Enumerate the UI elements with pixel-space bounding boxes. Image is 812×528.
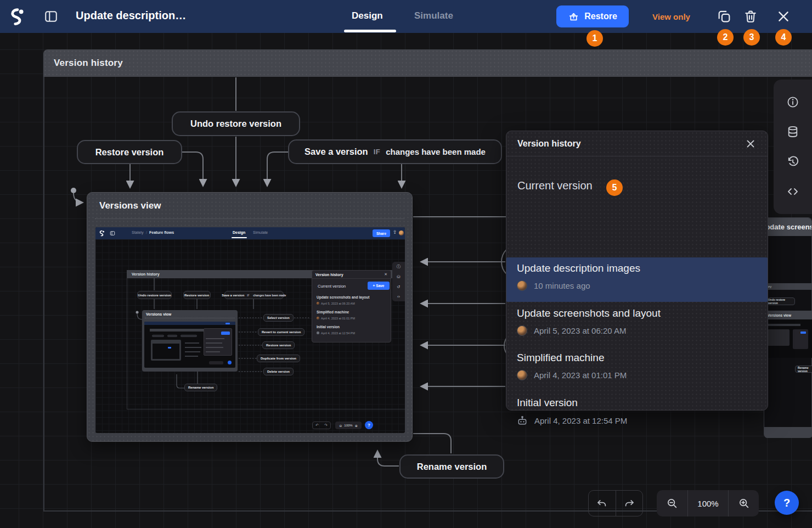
code-icon[interactable] xyxy=(786,185,799,198)
topbar: Update description… Design Simulate Rest… xyxy=(0,0,812,33)
version-history-panel: Version history Current version Update d… xyxy=(506,131,768,411)
nano-label xyxy=(185,347,201,348)
zoom-out-button[interactable] xyxy=(657,490,687,516)
nano-text xyxy=(206,351,220,352)
mini-current-version-label: Current version xyxy=(318,284,346,289)
nano-pill xyxy=(152,335,164,337)
right-node-title: Update screenshots and… xyxy=(764,223,811,231)
nano-save-button xyxy=(168,347,171,349)
delete-icon[interactable] xyxy=(743,9,758,24)
embedded-screenshot: Stately / Feature flows Design Simulate … xyxy=(95,227,405,433)
version-item-update-screenshots[interactable]: Update screenshots and layout April 5, 2… xyxy=(506,302,768,347)
version-item-simplified-machine[interactable]: Simplified machine April 4, 2023 at 01:0… xyxy=(506,347,768,391)
stately-logo-icon[interactable] xyxy=(9,8,26,25)
divider xyxy=(145,318,235,318)
zoom-out-icon xyxy=(666,497,678,509)
mini-avatar xyxy=(317,302,319,305)
version-item-title: Update screenshots and layout xyxy=(517,307,757,319)
mini-versions-view-header: Versions view xyxy=(142,310,238,318)
restore-button[interactable]: Restore xyxy=(556,5,629,27)
mini-state-save: Save a version IF changes have been made xyxy=(224,291,284,299)
right-node-body: Version history Undo restore version Ver… xyxy=(764,236,811,439)
zoom-controls: 100% xyxy=(657,490,759,516)
rn-screen xyxy=(764,319,812,358)
mini-data-icon: ⛁ xyxy=(397,274,400,279)
current-version-label[interactable]: Current version xyxy=(517,179,593,192)
machine-title[interactable]: Update description… xyxy=(76,9,186,22)
panel-header: Version history xyxy=(506,131,768,156)
redo-button[interactable] xyxy=(616,491,643,516)
robot-icon xyxy=(517,415,528,426)
mini-close-icon: ✕ xyxy=(384,272,387,277)
editor-canvas[interactable]: Version history xyxy=(0,33,812,528)
annotation-badge-duplicate: 2 xyxy=(717,29,734,46)
versions-view-title: Versions view xyxy=(99,200,161,211)
state-undo-restore-version[interactable]: Undo restore version xyxy=(172,111,300,136)
mini-label-rename: Rename version xyxy=(184,384,217,391)
mini-state-undo-restore: Undo restore version xyxy=(137,291,172,299)
version-item-timestamp: April 4, 2023 at 01:01 PM xyxy=(534,370,627,380)
mini-panel-title: Version history xyxy=(315,273,343,277)
undo-button[interactable] xyxy=(589,491,616,516)
mini-panel-header: Version history ✕ xyxy=(312,271,391,279)
nano-help-button xyxy=(228,361,232,364)
rn-pill-rename: Rename version xyxy=(795,366,812,373)
mini-version-item-date: April 4, 2023 at 12:54 PM xyxy=(321,332,355,335)
mini-version-item-title: Update screenshots and layout xyxy=(317,295,369,299)
version-item-timestamp: April 5, 2023 at 06:20 AM xyxy=(534,326,626,335)
redo-icon xyxy=(623,497,635,509)
view-only-label: View only xyxy=(652,12,690,21)
version-item-timestamp: April 4, 2023 at 12:54 PM xyxy=(534,416,627,425)
duplicate-icon[interactable] xyxy=(717,9,732,24)
nano-text xyxy=(206,342,222,344)
state-label: Save a version xyxy=(304,147,368,157)
version-item-update-description[interactable]: Update description images 10 minutes ago xyxy=(506,257,768,302)
nano-box xyxy=(768,329,790,346)
mini-label-delete: Delete version xyxy=(263,368,294,375)
nano-frame-bar xyxy=(150,329,205,332)
state-rename-version[interactable]: Rename version xyxy=(399,454,504,479)
avatar xyxy=(517,370,527,380)
state-save-a-version[interactable]: Save a version IF changes have been made xyxy=(288,139,502,164)
zoom-level[interactable]: 100% xyxy=(687,490,728,516)
panel-close-icon[interactable] xyxy=(745,138,757,150)
mini-zoom-out-icon: ⊖ xyxy=(339,424,342,428)
mini-state-label: Restore version xyxy=(184,293,209,296)
nano-save-button xyxy=(800,332,806,334)
version-item-meta: April 4, 2023 at 12:54 PM xyxy=(517,415,757,426)
help-button[interactable]: ? xyxy=(775,491,799,515)
active-tab-underline xyxy=(344,30,396,32)
nano-screen xyxy=(153,344,179,359)
mini-label-select-version: Select version xyxy=(263,314,294,322)
mini-versions-view-title: Versions view xyxy=(146,312,171,316)
close-icon[interactable] xyxy=(776,9,791,24)
zoom-in-button[interactable] xyxy=(728,490,759,516)
mini-plus-icon: + xyxy=(373,284,375,288)
sidebar-toggle-icon[interactable] xyxy=(44,9,58,24)
state-restore-version[interactable]: Restore version xyxy=(77,140,182,164)
annotation-badge-close: 4 xyxy=(775,29,792,46)
state-update-screenshots-node[interactable]: Update screenshots and… Version history … xyxy=(764,217,812,438)
mini-guard-condition: changes have been made xyxy=(253,294,286,296)
info-icon[interactable] xyxy=(786,96,799,109)
nano-screenshot xyxy=(144,322,235,368)
mini-version-item-title: Initial version xyxy=(317,325,340,329)
version-history-icon[interactable] xyxy=(786,155,799,168)
state-versions-view[interactable]: Versions view Stately / Feature fl xyxy=(87,192,413,442)
rn-frame-bar: Version history xyxy=(764,283,812,290)
nano-label xyxy=(185,356,198,357)
restore-icon xyxy=(568,11,579,23)
guard-keyword: IF xyxy=(374,148,381,156)
annotation-badge-delete: 3 xyxy=(743,29,760,46)
versions-view-header[interactable]: Versions view xyxy=(87,193,412,218)
nano-share-button xyxy=(225,323,230,324)
state-label: Undo restore version xyxy=(190,119,281,129)
version-item-initial-version[interactable]: Initial version April 4, 2023 at 12:54 P… xyxy=(506,392,768,436)
mini-guard-keyword: IF xyxy=(247,294,249,297)
mini-state-label: Undo restore version xyxy=(138,293,171,296)
tab-design[interactable]: Design xyxy=(352,10,383,21)
tab-simulate[interactable]: Simulate xyxy=(414,10,453,21)
mini-right-toolbar: ⓘ ⛁ ↺ ‹› xyxy=(392,262,405,301)
avatar xyxy=(517,325,527,336)
data-model-icon[interactable] xyxy=(786,125,799,138)
